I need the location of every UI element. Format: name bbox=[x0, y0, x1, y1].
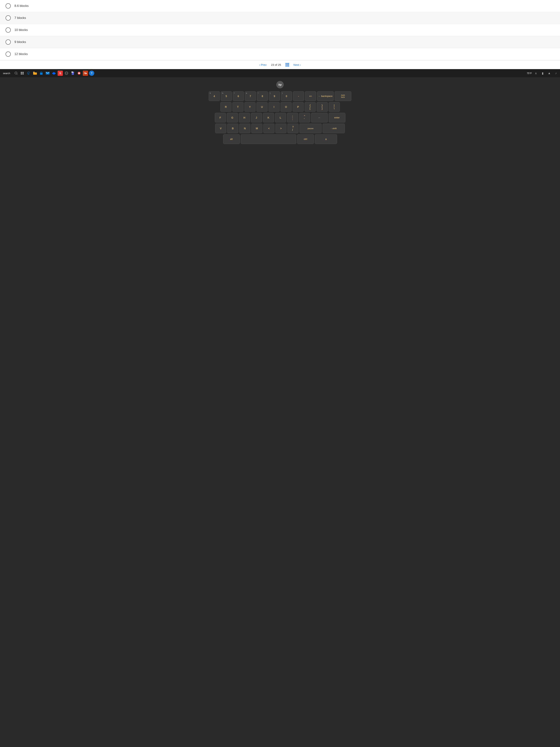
bottom-row: alt ctrl ∧ bbox=[197, 134, 363, 144]
key-lbracket[interactable]: {[ bbox=[304, 102, 316, 112]
radio-button-4[interactable] bbox=[5, 40, 11, 45]
key-6[interactable]: ^6 bbox=[233, 91, 244, 101]
keyboard: $4 %5 ^6 &7 *8 (9 )0 - += ← backspace nu… bbox=[197, 91, 363, 144]
task-view-icon[interactable] bbox=[20, 71, 25, 76]
store-icon[interactable] bbox=[39, 71, 44, 76]
svg-rect-5 bbox=[22, 73, 24, 75]
answer-text-2: 7 blocks bbox=[15, 16, 26, 20]
help-icon[interactable]: ? bbox=[89, 71, 94, 76]
svg-point-17 bbox=[73, 72, 74, 73]
key-slash[interactable]: ?/ bbox=[287, 124, 298, 133]
prev-button[interactable]: ‹ Prev bbox=[259, 63, 267, 66]
answer-option-2[interactable]: 7 blocks bbox=[0, 12, 560, 24]
radio-button-5[interactable] bbox=[5, 52, 11, 57]
key-alt[interactable]: alt bbox=[223, 134, 240, 144]
key-shift-right[interactable]: ↑ shift bbox=[323, 124, 345, 133]
key-space[interactable] bbox=[241, 134, 296, 144]
powerpoint-icon[interactable]: P▶ bbox=[83, 71, 88, 76]
answer-option-1[interactable]: 8.6 blocks bbox=[0, 0, 560, 12]
key-l[interactable]: L bbox=[275, 113, 286, 123]
hp-logo: hp bbox=[276, 81, 284, 88]
keyboard-area: hp $4 %5 ^6 &7 *8 (9 )0 - += ← backspace… bbox=[0, 77, 560, 747]
svg-point-21 bbox=[78, 73, 80, 74]
key-7[interactable]: &7 bbox=[245, 91, 256, 101]
key-j[interactable]: J bbox=[251, 113, 262, 123]
key-0[interactable]: )0 bbox=[281, 91, 292, 101]
svg-text:T: T bbox=[72, 72, 73, 73]
temperature-display: 75°F bbox=[527, 72, 532, 75]
mail-icon[interactable] bbox=[45, 71, 50, 76]
radio-button-2[interactable] bbox=[5, 16, 11, 21]
radio-button-1[interactable] bbox=[5, 3, 11, 8]
edge-icon[interactable] bbox=[26, 71, 31, 76]
key-enter[interactable]: enter bbox=[329, 113, 345, 123]
volume-icon[interactable]: ♪ bbox=[553, 71, 559, 76]
key-v[interactable]: V bbox=[215, 124, 226, 133]
radio-button-3[interactable] bbox=[5, 27, 11, 33]
svg-rect-2 bbox=[21, 72, 22, 73]
key-f[interactable]: F bbox=[215, 113, 226, 123]
wifi-icon[interactable]: ▲ bbox=[547, 71, 552, 76]
svg-rect-3 bbox=[22, 72, 24, 73]
photos-icon[interactable] bbox=[77, 71, 82, 76]
svg-rect-7 bbox=[33, 72, 35, 73]
key-up-arrow[interactable]: ∧ bbox=[315, 134, 337, 144]
next-button[interactable]: Next › bbox=[294, 63, 301, 66]
answer-text-4: 9 blocks bbox=[15, 40, 26, 44]
key-o[interactable]: O bbox=[281, 102, 292, 112]
answer-text-3: 10 blocks bbox=[15, 28, 28, 32]
key-t[interactable]: T bbox=[233, 102, 243, 112]
key-8[interactable]: *8 bbox=[257, 91, 268, 101]
key-k[interactable]: K bbox=[263, 113, 274, 123]
key-m[interactable]: M bbox=[251, 124, 262, 133]
key-equals[interactable]: += bbox=[305, 91, 316, 101]
s-app-icon[interactable]: S bbox=[58, 71, 63, 76]
teams-icon[interactable]: T bbox=[70, 71, 75, 76]
svg-rect-4 bbox=[21, 73, 22, 75]
taskbar-search[interactable]: search bbox=[1, 72, 12, 75]
key-5[interactable]: %5 bbox=[221, 91, 232, 101]
key-b[interactable]: B bbox=[227, 124, 238, 133]
key-semicolon[interactable]: ;: bbox=[287, 113, 298, 123]
key-i[interactable]: I bbox=[268, 102, 279, 112]
key-backspace[interactable]: ← backspace bbox=[317, 91, 334, 101]
file-explorer-icon[interactable] bbox=[32, 71, 37, 76]
key-quote[interactable]: "' bbox=[299, 113, 310, 123]
key-rbracket[interactable]: }] bbox=[317, 102, 328, 112]
svg-rect-8 bbox=[40, 73, 43, 75]
answer-text-1: 8.6 blocks bbox=[15, 4, 29, 8]
dropbox-icon[interactable] bbox=[51, 71, 56, 76]
key-g[interactable]: G bbox=[227, 113, 238, 123]
key-ctrl-right[interactable]: ctrl bbox=[297, 134, 314, 144]
search-icon[interactable] bbox=[14, 71, 19, 76]
number-row: $4 %5 ^6 &7 *8 (9 )0 - += ← backspace nu… bbox=[197, 91, 363, 101]
answer-option-5[interactable]: 12 blocks bbox=[0, 48, 560, 60]
key-4[interactable]: $4 bbox=[209, 91, 220, 101]
key-left-arrow[interactable]: ← bbox=[311, 113, 328, 123]
key-pause[interactable]: pause bbox=[299, 124, 322, 133]
key-backslash[interactable]: |\ bbox=[329, 102, 340, 112]
answer-option-4[interactable]: 9 blocks bbox=[0, 36, 560, 48]
key-r[interactable]: R bbox=[220, 102, 232, 112]
answer-option-3[interactable]: 10 blocks bbox=[0, 24, 560, 36]
key-h[interactable]: H bbox=[239, 113, 250, 123]
browser-icon[interactable] bbox=[64, 71, 69, 76]
key-u[interactable]: U bbox=[257, 102, 268, 112]
quiz-content: 8.6 blocks 7 blocks 10 blocks 9 blocks 1… bbox=[0, 0, 560, 60]
key-comma[interactable]: < bbox=[263, 124, 274, 133]
key-n[interactable]: N bbox=[239, 124, 250, 133]
key-9[interactable]: (9 bbox=[269, 91, 280, 101]
key-period[interactable]: > bbox=[275, 124, 287, 133]
quiz-navigation: ‹ Prev 23 of 25 Next › bbox=[0, 60, 560, 69]
question-counter: 23 of 25 bbox=[271, 63, 281, 66]
chevron-up-icon[interactable]: ∧ bbox=[533, 71, 538, 76]
key-minus[interactable]: - bbox=[293, 91, 304, 101]
key-numlock[interactable]: numlock bbox=[335, 91, 351, 101]
taskbar-right: 75°F ∧ ▮ ▲ ♪ bbox=[527, 71, 559, 76]
grid-view-icon[interactable] bbox=[286, 63, 289, 67]
key-y[interactable]: Y bbox=[244, 102, 256, 112]
answer-text-5: 12 blocks bbox=[15, 52, 28, 56]
taskbar: search bbox=[0, 69, 560, 77]
key-p[interactable]: P bbox=[293, 102, 304, 112]
svg-line-1 bbox=[17, 74, 18, 75]
